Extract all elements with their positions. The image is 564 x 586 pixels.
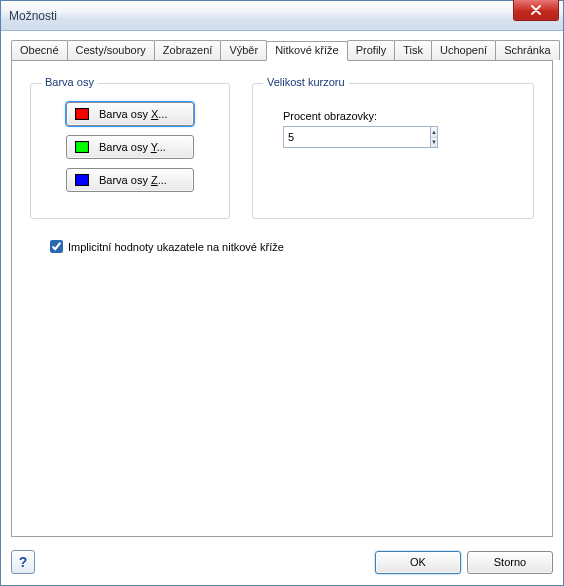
axis-x-color-button[interactable]: Barva osy X... xyxy=(66,102,194,126)
axis-x-label: Barva osy X... xyxy=(99,108,185,120)
footer: ? OK Storno xyxy=(1,545,563,585)
percent-input[interactable] xyxy=(283,126,430,148)
implicit-values-label: Implicitní hodnoty ukazatele na nitkové … xyxy=(68,241,284,253)
titlebar: Možnosti xyxy=(1,1,563,31)
axis-z-label: Barva osy Z... xyxy=(99,174,185,186)
axis-y-swatch-icon xyxy=(75,141,89,153)
close-button[interactable] xyxy=(513,0,559,21)
tab-obecne[interactable]: Obecné xyxy=(11,40,68,60)
tab-zobrazeni[interactable]: Zobrazení xyxy=(154,40,222,60)
tab-profily[interactable]: Profily xyxy=(347,40,396,60)
percent-spinner: ▲ ▼ xyxy=(283,126,391,148)
options-dialog: Možnosti Obecné Cesty/soubory Zobrazení … xyxy=(0,0,564,586)
cancel-button[interactable]: Storno xyxy=(467,551,553,574)
tab-uchopeni[interactable]: Uchopení xyxy=(431,40,496,60)
client-area: Obecné Cesty/soubory Zobrazení Výběr Nit… xyxy=(1,31,563,545)
percent-label: Procent obrazovky: xyxy=(283,110,517,122)
tab-cesty-soubory[interactable]: Cesty/soubory xyxy=(67,40,155,60)
axis-z-color-button[interactable]: Barva osy Z... xyxy=(66,168,194,192)
help-icon: ? xyxy=(19,554,28,570)
tab-vyber[interactable]: Výběr xyxy=(220,40,267,60)
axis-x-swatch-icon xyxy=(75,108,89,120)
tabstrip: Obecné Cesty/soubory Zobrazení Výběr Nit… xyxy=(11,40,553,61)
tab-tisk[interactable]: Tisk xyxy=(394,40,432,60)
implicit-values-checkbox[interactable] xyxy=(50,240,63,253)
close-icon xyxy=(530,5,542,15)
tab-nitkove-krize[interactable]: Nitkové kříže xyxy=(266,41,348,61)
tab-panel: Barva osy Barva osy X... Barva osy Y... … xyxy=(11,60,553,537)
spin-up-button[interactable]: ▲ xyxy=(431,127,437,138)
spin-buttons: ▲ ▼ xyxy=(430,126,438,148)
group-cursor-size: Velikost kurzoru Procent obrazovky: ▲ ▼ xyxy=(252,83,534,219)
group-cursor-legend: Velikost kurzoru xyxy=(263,76,349,88)
tab-schranka[interactable]: Schránka xyxy=(495,40,559,60)
window-title: Možnosti xyxy=(9,9,57,23)
group-axis-color: Barva osy Barva osy X... Barva osy Y... … xyxy=(30,83,230,219)
help-button[interactable]: ? xyxy=(11,550,35,574)
axis-z-swatch-icon xyxy=(75,174,89,186)
axis-y-color-button[interactable]: Barva osy Y... xyxy=(66,135,194,159)
ok-button[interactable]: OK xyxy=(375,551,461,574)
group-axis-legend: Barva osy xyxy=(41,76,98,88)
spin-down-button[interactable]: ▼ xyxy=(431,138,437,148)
axis-y-label: Barva osy Y... xyxy=(99,141,185,153)
